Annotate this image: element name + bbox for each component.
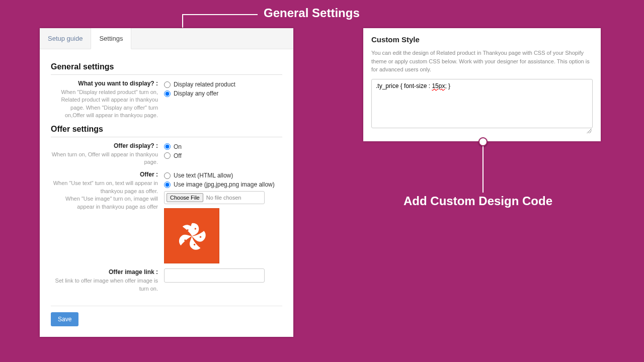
general-settings-heading: General settings	[51, 62, 282, 75]
annotation-line	[482, 146, 484, 193]
tab-setup-guide[interactable]: Setup guide	[40, 28, 91, 49]
css-text-value: 15px	[432, 82, 445, 89]
radio-use-text-label: Use text (HTML allow)	[174, 172, 233, 179]
settings-panel: Setup guide Settings General settings Wh…	[40, 28, 293, 337]
save-button[interactable]: Save	[51, 312, 78, 326]
custom-style-panel: Custom Style You can edit the design of …	[363, 28, 601, 141]
offer-image-link-label: Offer image link :	[109, 268, 158, 276]
radio-display-any-input[interactable]	[164, 90, 171, 97]
radio-offer-off-input[interactable]	[164, 152, 171, 159]
offer-display-help: When turn on, Offer will appear in thank…	[51, 151, 158, 166]
offer-type-help: When "Use text" turn on, text will appea…	[51, 179, 158, 211]
radio-display-any[interactable]: Display any offer	[164, 89, 282, 98]
panel-body: General settings What you want to displa…	[40, 49, 293, 333]
radio-use-image-label: Use image (jpg,jpeg,png image allow)	[174, 181, 275, 188]
radio-display-any-label: Display any offer	[174, 90, 218, 97]
radio-offer-on-label: On	[174, 143, 182, 150]
resize-grip-icon[interactable]	[587, 128, 592, 133]
display-question-help: When "Display related product" turn on, …	[51, 88, 158, 120]
choose-file-button[interactable]: Choose File	[167, 193, 203, 202]
offer-settings-heading: Offer settings	[51, 125, 282, 137]
radio-display-related-input[interactable]	[164, 81, 171, 88]
custom-style-heading: Custom Style	[371, 35, 593, 44]
flower-icon	[171, 215, 213, 257]
radio-use-text-input[interactable]	[164, 172, 171, 179]
svg-point-3	[184, 239, 186, 241]
radio-offer-on[interactable]: On	[164, 142, 282, 151]
radio-use-text[interactable]: Use text (HTML allow)	[164, 171, 282, 180]
radio-offer-off[interactable]: Off	[164, 151, 282, 160]
svg-point-1	[199, 236, 201, 237]
file-status-text: No file chosen	[206, 195, 242, 201]
annotation-custom-design: Add Custom Design Code	[404, 194, 552, 208]
radio-display-related-label: Display related product	[174, 81, 235, 88]
svg-point-4	[187, 229, 188, 231]
tabs: Setup guide Settings	[40, 28, 293, 49]
offer-display-label: Offer display? :	[114, 142, 158, 149]
radio-offer-on-input[interactable]	[164, 143, 171, 150]
radio-use-image-input[interactable]	[164, 182, 171, 188]
offer-image-link-help: Set link to offer image when offer image…	[51, 277, 158, 293]
css-text-prefix: .ty_price { font-size :	[376, 82, 432, 89]
divider	[51, 306, 282, 306]
annotation-line	[182, 14, 183, 29]
custom-style-desc: You can edit the design of Related produ…	[371, 49, 593, 74]
svg-point-0	[194, 228, 196, 229]
offer-image-preview	[164, 208, 219, 263]
offer-image-link-input[interactable]	[164, 268, 265, 283]
annotation-dot	[478, 137, 488, 146]
radio-display-related[interactable]: Display related product	[164, 80, 282, 89]
annotation-general-settings: General Settings	[264, 6, 360, 20]
radio-offer-off-label: Off	[174, 152, 182, 159]
radio-use-image[interactable]: Use image (jpg,jpeg,png image allow)	[164, 180, 282, 189]
svg-point-2	[193, 244, 195, 245]
offer-type-label: Offer :	[140, 171, 158, 178]
file-input-row: Choose File No file chosen	[164, 191, 265, 204]
custom-css-textarea[interactable]: .ty_price { font-size : 15px; }	[371, 79, 593, 128]
annotation-line	[183, 14, 258, 15]
css-text-suffix: ; }	[445, 82, 450, 89]
tab-settings[interactable]: Settings	[91, 28, 131, 49]
display-question-label: What you want to display? :	[78, 80, 158, 87]
